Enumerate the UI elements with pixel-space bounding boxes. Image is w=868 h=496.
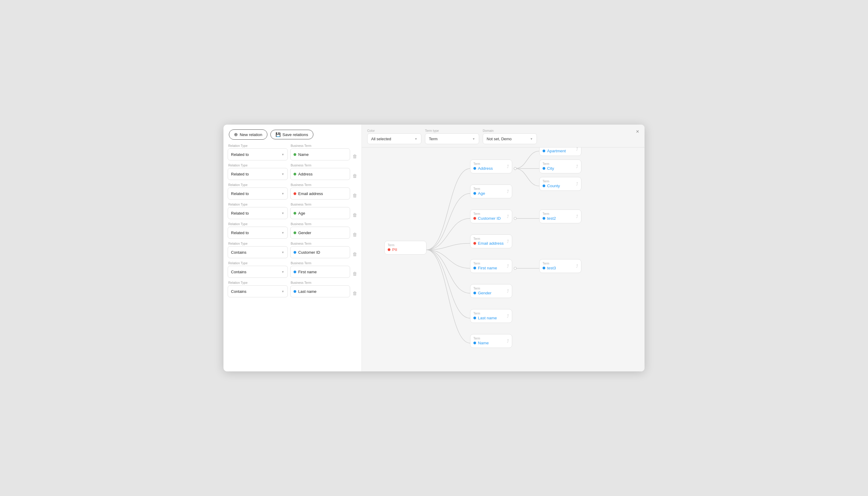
- relation-type-value: Related to: [231, 172, 249, 176]
- relation-type-select[interactable]: Contains ▼: [228, 246, 288, 258]
- new-relation-label: New relation: [240, 133, 262, 137]
- relation-type-select[interactable]: Related to ▼: [228, 207, 288, 219]
- link-icon[interactable]: ⤴: [507, 214, 509, 219]
- new-relation-button[interactable]: ⊕ New relation: [229, 129, 267, 140]
- node-name-text: Email address: [478, 241, 504, 246]
- close-button[interactable]: ×: [636, 129, 639, 134]
- relation-row: Relation Type Contains ▼ Business Term L…: [228, 281, 357, 297]
- business-term-group: Business Term Address: [290, 164, 350, 180]
- delete-relation-button[interactable]: 🗑: [353, 144, 357, 160]
- delete-relation-button[interactable]: 🗑: [353, 261, 357, 278]
- link-icon[interactable]: ⤴: [576, 182, 578, 186]
- relation-type-select[interactable]: Related to ▼: [228, 149, 288, 160]
- link-icon[interactable]: ⤴: [507, 239, 509, 244]
- save-relations-button[interactable]: 💾 Save relations: [270, 130, 314, 139]
- term-type-filter-select[interactable]: Term ▼: [425, 133, 479, 144]
- term-node[interactable]: Term test2 ⤴: [539, 210, 581, 223]
- term-node-name: test2: [543, 216, 577, 221]
- relation-type-group: Relation Type Contains ▼: [228, 242, 288, 258]
- term-node[interactable]: Term Last name ⤴: [470, 309, 512, 323]
- relation-row: Relation Type Related to ▼ Business Term…: [228, 164, 357, 180]
- link-icon[interactable]: ⤴: [507, 314, 509, 319]
- domain-filter-group: Domain Not set, Demo ▼: [483, 129, 537, 144]
- business-term-label: Business Term: [290, 144, 350, 148]
- relation-type-chevron: ▼: [282, 153, 285, 156]
- link-icon[interactable]: ⤴: [507, 264, 509, 268]
- relation-type-select[interactable]: Contains ▼: [228, 285, 288, 297]
- term-node[interactable]: Term Age ⤴: [470, 185, 512, 198]
- color-filter-select[interactable]: All selected ▼: [367, 133, 421, 144]
- delete-relation-button[interactable]: 🗑: [353, 183, 357, 200]
- business-term-field[interactable]: Name: [290, 149, 350, 160]
- relation-type-select[interactable]: Related to ▼: [228, 227, 288, 239]
- relation-type-select[interactable]: Related to ▼: [228, 168, 288, 180]
- term-node-name: First name: [473, 266, 508, 270]
- business-term-group: Business Term Customer ID: [290, 242, 350, 258]
- term-node-label: Term: [473, 287, 508, 290]
- term-node[interactable]: Term Address ⤴: [470, 159, 512, 173]
- domain-filter-label: Domain: [483, 129, 537, 133]
- term-node-label: Term: [473, 162, 508, 166]
- relation-fields: Relation Type Contains ▼ Business Term L…: [228, 281, 350, 297]
- business-term-field[interactable]: Email address: [290, 187, 350, 200]
- term-node[interactable]: Term First name ⤴: [470, 259, 512, 273]
- term-node-label: Term: [473, 212, 508, 216]
- business-term-field[interactable]: First name: [290, 266, 350, 278]
- relation-fields: Relation Type Related to ▼ Business Term…: [228, 203, 350, 219]
- relation-type-select[interactable]: Related to ▼: [228, 187, 288, 200]
- link-icon[interactable]: ⤴: [507, 289, 509, 293]
- delete-relation-button[interactable]: 🗑: [353, 222, 357, 239]
- business-term-label: Business Term: [290, 164, 350, 167]
- relation-type-value: Related to: [231, 191, 249, 196]
- dot-icon: [473, 316, 476, 319]
- business-term-field[interactable]: Customer ID: [290, 246, 350, 258]
- business-term-field[interactable]: Age: [290, 207, 350, 219]
- term-node-label: Term: [473, 312, 508, 315]
- delete-relation-button[interactable]: 🗑: [353, 164, 357, 180]
- link-icon[interactable]: ⤴: [576, 148, 578, 151]
- relation-type-label: Relation Type: [228, 222, 288, 226]
- business-term-field[interactable]: Last name: [290, 285, 350, 297]
- node-name-text: First name: [478, 266, 497, 270]
- term-type-chevron-icon: ▼: [472, 137, 475, 141]
- term-node[interactable]: Term Customer ID ⤴: [470, 210, 512, 223]
- term-node[interactable]: Term Apartment ⤴: [539, 148, 581, 156]
- relation-type-label: Relation Type: [228, 261, 288, 265]
- term-node[interactable]: Term County ⤴: [539, 177, 581, 191]
- delete-relation-button[interactable]: 🗑: [353, 203, 357, 219]
- term-node[interactable]: Term Gender ⤴: [470, 284, 512, 298]
- relation-type-select[interactable]: Contains ▼: [228, 266, 288, 278]
- business-term-field[interactable]: Address: [290, 168, 350, 180]
- business-term-field[interactable]: Gender: [290, 227, 350, 239]
- link-icon[interactable]: ⤴: [576, 264, 578, 268]
- save-icon: 💾: [275, 132, 280, 137]
- term-node-label: Term: [473, 187, 508, 190]
- term-node-name: PII: [388, 247, 422, 252]
- delete-relation-button[interactable]: 🗑: [353, 281, 357, 297]
- term-dot-icon: [293, 270, 296, 273]
- term-node[interactable]: Term City ⤴: [539, 159, 581, 173]
- dot-icon: [543, 217, 545, 220]
- link-icon[interactable]: ⤴: [576, 214, 578, 219]
- domain-filter-select[interactable]: Not set, Demo ▼: [483, 133, 537, 144]
- dot-icon: [543, 167, 545, 170]
- term-node[interactable]: Term Email address ⤴: [470, 234, 512, 248]
- term-node[interactable]: Term test3 ⤴: [539, 259, 581, 273]
- term-node[interactable]: Term PII: [384, 241, 427, 254]
- term-type-filter-group: Term type Term ▼: [425, 129, 479, 144]
- link-icon[interactable]: ⤴: [507, 164, 509, 169]
- term-node-label: Term: [473, 237, 508, 241]
- link-icon[interactable]: ⤴: [507, 189, 509, 194]
- term-node-name: Email address: [473, 241, 508, 246]
- relation-type-group: Relation Type Related to ▼: [228, 203, 288, 219]
- relation-type-chevron: ▼: [282, 172, 285, 176]
- dot-icon: [388, 248, 390, 251]
- term-node[interactable]: Term Name ⤴: [470, 334, 512, 348]
- business-term-label: Business Term: [290, 281, 350, 284]
- node-name-text: City: [547, 166, 554, 171]
- link-icon[interactable]: ⤴: [576, 164, 578, 169]
- delete-relation-button[interactable]: 🗑: [353, 242, 357, 258]
- business-term-value: Customer ID: [299, 250, 320, 254]
- term-node-name: City: [543, 166, 577, 171]
- link-icon[interactable]: ⤴: [507, 339, 509, 343]
